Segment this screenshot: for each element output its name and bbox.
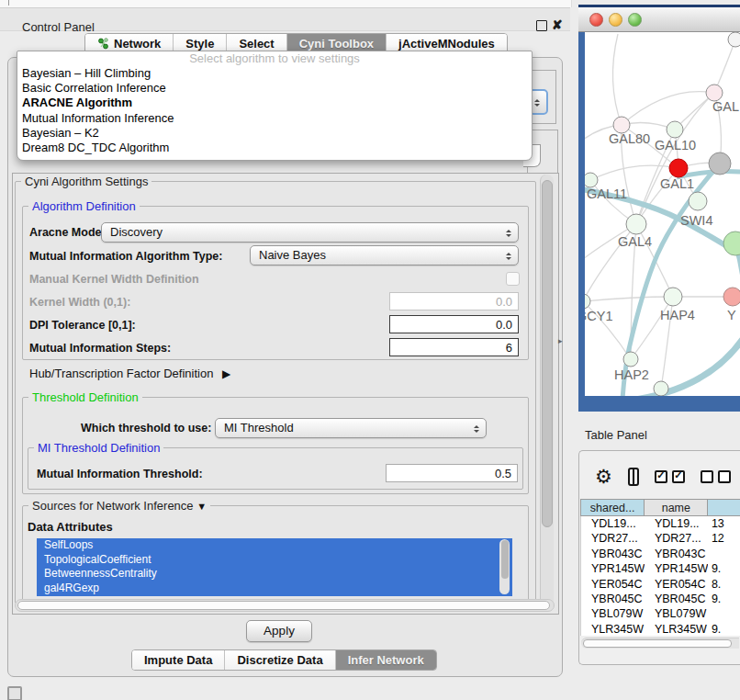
network-edge[interactable] (635, 333, 740, 396)
network-edge[interactable] (585, 297, 673, 301)
algorithm-option-basic-correlation-inference[interactable]: Basic Correlation Inference (17, 81, 532, 96)
network-node[interactable] (585, 294, 590, 309)
network-node[interactable] (623, 352, 638, 367)
table-cell: YPR145W (645, 561, 708, 576)
algorithm-definition-legend: Algorithm Definition (28, 199, 140, 213)
mi-type-label: Mutual Information Algorithm Type: (29, 250, 222, 263)
table-row[interactable]: YDR27...YDR27...12 (581, 531, 740, 546)
close-traffic-light[interactable] (589, 13, 603, 27)
show-columns-icon[interactable] (655, 470, 685, 483)
mi-steps-field[interactable] (389, 338, 519, 356)
which-threshold-combobox[interactable]: MI Threshold (215, 418, 487, 438)
table-row[interactable]: YBR043CYBR043C (581, 547, 740, 561)
table-cell (708, 547, 740, 561)
table-cell: YDR27... (645, 531, 708, 546)
node-table: shared...name YDL19...YDL19...13YDR27...… (580, 499, 740, 636)
hide-columns-icon[interactable] (701, 470, 731, 483)
network-edge[interactable] (612, 34, 622, 125)
network-node[interactable] (689, 192, 707, 210)
algorithm-option-bayesian-k2[interactable]: Bayesian – K2 (17, 126, 532, 141)
table-cell: YBR043C (645, 547, 708, 561)
network-node[interactable] (585, 173, 598, 187)
column-header-2[interactable] (707, 499, 740, 516)
node-label-swi4: SWI4 (680, 213, 712, 228)
columns-icon[interactable] (628, 468, 639, 486)
hub-definition-expander[interactable]: Hub/Transcription Factor Definition (29, 367, 230, 380)
panel-divider-handle[interactable]: ▸ (558, 336, 563, 345)
manual-kernel-checkbox[interactable] (506, 272, 520, 286)
table-row[interactable]: YDL19...YDL19...13 (581, 516, 740, 531)
manual-kernel-label: Manual Kernel Width Definition (29, 273, 199, 286)
apply-button[interactable]: Apply (246, 620, 312, 642)
tab-label: Impute Data (144, 653, 212, 667)
mi-type-combobox[interactable]: Naive Bayes (250, 245, 519, 265)
tab-infer-network[interactable]: Infer Network (336, 650, 436, 670)
tab-label: Cyni Toolbox (299, 37, 374, 51)
network-node[interactable] (723, 288, 740, 306)
table-row[interactable]: YBR045CYBR045C9. (581, 592, 740, 606)
table-row[interactable]: YER054CYER054C8. (581, 577, 740, 592)
column-header-name[interactable]: name (644, 499, 707, 516)
algorithm-option-mutual-information-inference[interactable]: Mutual Information Inference (17, 111, 532, 126)
which-threshold-value: MI Threshold (224, 421, 294, 435)
algorithm-option-dream8-dc-tdc-algorithm[interactable]: Dream8 DC_TDC Algorithm (17, 141, 532, 155)
attribute-item-gal4rgexp[interactable]: gal4RGexp (37, 581, 512, 596)
gear-icon[interactable]: ⚙ (595, 467, 612, 487)
network-canvas[interactable]: GALGAL80GAL10GAL1GAL11SWI4GAL4GCY1HAP4YH… (585, 32, 740, 396)
algorithm-dropdown-popup: Select algorithm to view settings Bayesi… (17, 51, 533, 161)
node-label-gal10: GAL10 (655, 138, 696, 152)
network-node[interactable] (669, 159, 688, 177)
attributes-scrollbar-thumb[interactable] (501, 540, 509, 579)
top-strip (0, 0, 572, 7)
table-cell: 9. (708, 622, 740, 636)
algorithm-option-aracne-algorithm[interactable]: ARACNE Algorithm (17, 96, 532, 110)
table-cell: YBR045C (645, 592, 708, 606)
tab-discretize-data[interactable]: Discretize Data (225, 650, 335, 670)
settings-horizontal-scrollbar-thumb[interactable] (17, 601, 550, 610)
table-row[interactable]: YLR345WYLR345W9. (581, 622, 740, 636)
network-node[interactable] (667, 121, 683, 138)
attribute-item-selfloops[interactable]: SelfLoops (37, 538, 512, 553)
popup-placeholder: Select algorithm to view settings (17, 51, 532, 66)
dpi-tolerance-field[interactable] (389, 315, 519, 333)
table-cell: YDL19... (645, 516, 708, 531)
mi-threshold-field[interactable] (386, 464, 518, 482)
kernel-width-label: Kernel Width (0,1): (29, 296, 130, 309)
node-label-gal4: GAL4 (618, 234, 652, 249)
hub-definition-label: Hub/Transcription Factor Definition (29, 367, 213, 380)
table-cell: YDL19... (581, 516, 645, 531)
settings-vertical-scrollbar-thumb[interactable] (542, 180, 553, 527)
table-row[interactable]: YBL079WYBL079W (581, 606, 740, 621)
tab-label: Style (185, 37, 214, 51)
network-node[interactable] (654, 381, 668, 396)
table-cell: YER054C (645, 577, 708, 592)
tab-label: Select (239, 37, 274, 51)
data-attributes-list: SelfLoopsTopologicalCoefficientBetweenne… (37, 538, 512, 596)
table-row[interactable]: YPR145WYPR145W9. (581, 561, 740, 576)
table-cell: 9. (708, 561, 740, 576)
table-cell: YBR045C (581, 592, 645, 606)
tab-impute-data[interactable]: Impute Data (132, 650, 225, 670)
popup-items: Bayesian – Hill ClimbingBasic Correlatio… (17, 66, 532, 155)
close-icon[interactable]: ✘ (552, 17, 563, 32)
tab-label: Network (114, 37, 161, 51)
network-window-titlebar[interactable] (578, 7, 740, 32)
attribute-item-betweennesscentrality[interactable]: BetweennessCentrality (37, 567, 512, 581)
table-cell: 9. (708, 592, 740, 606)
network-node[interactable] (626, 214, 646, 234)
zoom-traffic-light[interactable] (628, 13, 642, 27)
float-window-icon[interactable] (536, 20, 547, 31)
kernel-width-field[interactable] (389, 292, 519, 310)
network-node[interactable] (709, 152, 731, 175)
attribute-item-topologicalcoefficient[interactable]: TopologicalCoefficient (37, 553, 512, 568)
network-node[interactable] (723, 231, 740, 255)
network-edge[interactable] (735, 243, 740, 326)
network-node[interactable] (664, 288, 682, 306)
column-header-shared[interactable]: shared... (580, 499, 644, 516)
algorithm-option-bayesian-hill-climbing[interactable]: Bayesian – Hill Climbing (17, 66, 532, 81)
minimize-traffic-light[interactable] (609, 13, 622, 27)
network-node[interactable] (728, 32, 740, 47)
table-horizontal-scrollbar-thumb[interactable] (583, 639, 732, 648)
dock-window-icon[interactable] (7, 686, 22, 700)
aracne-mode-combobox[interactable]: Discovery (101, 222, 519, 243)
